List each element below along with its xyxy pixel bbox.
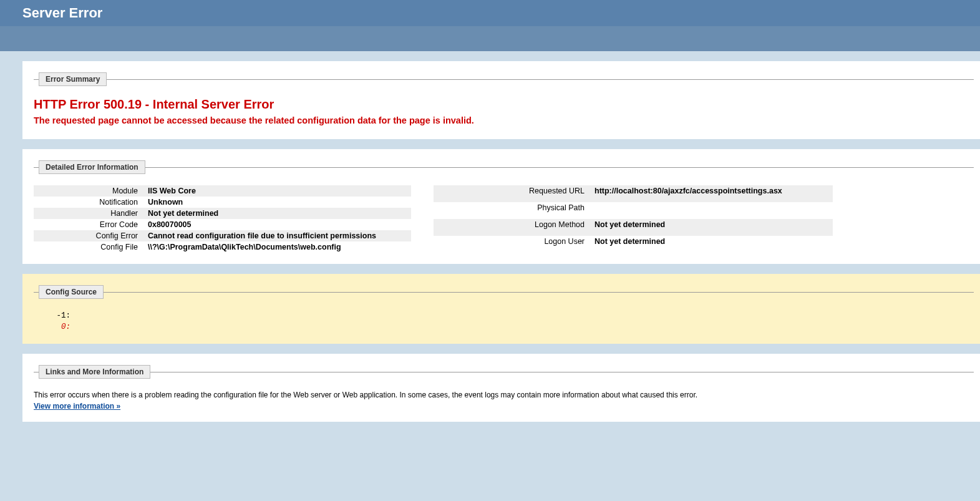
detail-label: Logon User [434,236,589,253]
detail-value: \\?\G:\ProgramData\QlikTech\Documents\we… [143,241,411,253]
table-row: Logon MethodNot yet determined [434,219,833,236]
table-row: HandlerNot yet determined [34,208,411,219]
error-title: HTTP Error 500.19 - Internal Server Erro… [34,97,974,112]
details-tables: ModuleIIS Web Core NotificationUnknown H… [34,180,974,253]
detail-label: Config File [34,241,143,253]
detail-value: http://localhost:80/ajaxzfc/accesspoints… [589,185,833,202]
details-right-table: Requested URLhttp://localhost:80/ajaxzfc… [434,185,833,253]
config-source-pre: -1: 0: [42,310,974,333]
detailed-error-legend: Detailed Error Information [39,160,145,174]
detail-value: Not yet determined [143,208,411,219]
config-line-error: 0: [42,323,75,331]
config-source-block: Config Source -1: 0: [22,274,980,344]
detail-label: Requested URL [434,185,589,202]
detail-value: Cannot read configuration file due to in… [143,230,411,241]
detail-label: Notification [34,197,143,208]
details-left-table: ModuleIIS Web Core NotificationUnknown H… [34,185,411,253]
table-row: NotificationUnknown [34,197,411,208]
detailed-error-fieldset: Detailed Error Information ModuleIIS Web… [34,160,974,253]
table-row: Error Code0x80070005 [34,219,411,230]
header-bar: Server Error [0,0,980,26]
table-row: ModuleIIS Web Core [34,185,411,197]
links-fieldset: Links and More Information This error oc… [34,365,974,411]
table-row: Requested URLhttp://localhost:80/ajaxzfc… [434,185,833,202]
detail-value: IIS Web Core [143,185,411,197]
config-source-legend: Config Source [39,285,104,299]
detail-label: Error Code [34,219,143,230]
error-summary-block: Error Summary HTTP Error 500.19 - Intern… [22,61,980,139]
detail-value: Not yet determined [589,219,833,236]
detail-value: Not yet determined [589,236,833,253]
detail-value [589,202,833,219]
links-block: Links and More Information This error oc… [22,354,980,422]
detail-value: 0x80070005 [143,219,411,230]
config-line: -1: [42,311,75,320]
view-more-link[interactable]: View more information » [34,402,120,411]
detail-label: Handler [34,208,143,219]
error-summary-legend: Error Summary [39,72,107,86]
detail-label: Module [34,185,143,197]
error-description: The requested page cannot be accessed be… [34,115,974,125]
detail-value: Unknown [143,197,411,208]
page-title: Server Error [22,5,102,21]
detail-label: Config Error [34,230,143,241]
detail-label: Physical Path [434,202,589,219]
links-text: This error occurs when there is a proble… [34,390,974,401]
links-legend: Links and More Information [39,365,150,379]
config-source-fieldset: Config Source -1: 0: [34,285,974,333]
table-row: Config File\\?\G:\ProgramData\QlikTech\D… [34,241,411,253]
table-row: Physical Path [434,202,833,219]
table-row: Logon UserNot yet determined [434,236,833,253]
error-summary-fieldset: Error Summary HTTP Error 500.19 - Intern… [34,72,974,128]
detailed-error-block: Detailed Error Information ModuleIIS Web… [22,149,980,264]
detail-label: Logon Method [434,219,589,236]
sub-header-bar [0,26,980,51]
table-row: Config ErrorCannot read configuration fi… [34,230,411,241]
